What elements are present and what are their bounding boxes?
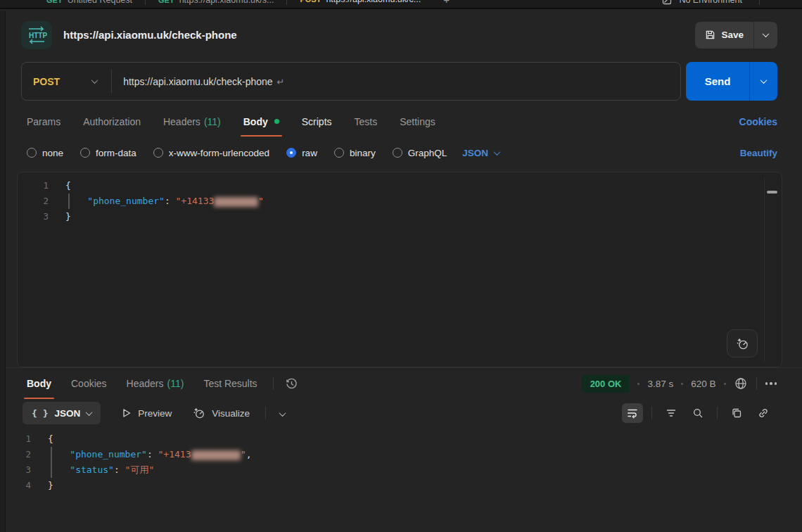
- tab-authorization[interactable]: Authorization: [83, 106, 141, 137]
- visualize-button[interactable]: Visualize: [193, 407, 250, 419]
- scrollbar-track: [764, 177, 765, 362]
- radio-form-data[interactable]: form-data: [80, 148, 136, 158]
- dot-separator: [724, 383, 726, 385]
- code-line: 1{: [18, 178, 782, 194]
- tab-scripts[interactable]: Scripts: [302, 106, 332, 137]
- code-text: }: [48, 478, 53, 493]
- chevron-down-icon: [760, 77, 768, 84]
- line-number: 1: [6, 431, 31, 447]
- scrollbar-thumb[interactable]: [767, 191, 777, 194]
- request-body-editor[interactable]: 1{2 "phone_number": "+14133 "3}: [17, 172, 782, 367]
- postbot-button[interactable]: [727, 329, 758, 357]
- tab-tests[interactable]: Tests: [355, 106, 378, 137]
- response-format-selector[interactable]: { } JSON: [23, 402, 101, 424]
- filter-button[interactable]: [661, 403, 682, 423]
- line-number: 2: [23, 194, 49, 209]
- link-button[interactable]: [753, 403, 774, 423]
- radio-circle-icon: [393, 148, 402, 158]
- code-token: "phone_number": [70, 449, 147, 460]
- response-body-editor[interactable]: 1{2 "phone_number": "+1413 ",3 "status":…: [0, 427, 802, 493]
- tab-settings[interactable]: Settings: [400, 106, 435, 137]
- format-label: JSON: [462, 148, 488, 158]
- tab-label: Headers: [127, 378, 164, 389]
- svg-text:HTTP: HTTP: [29, 32, 47, 39]
- request-tabs: ParamsAuthorizationHeaders(11)BodyScript…: [27, 106, 435, 137]
- wrap-text-button[interactable]: [622, 403, 643, 423]
- workspace-tab[interactable]: POSThttps://api.xiaomu.uk/c...: [287, 0, 433, 9]
- preview-button[interactable]: Preview: [122, 408, 172, 419]
- tab-method-label: GET: [158, 0, 174, 4]
- workspace-tab[interactable]: GEThttps://api.xiaomu.uk/s...: [146, 0, 286, 9]
- save-button[interactable]: Save: [695, 22, 753, 49]
- tab-cookies[interactable]: Cookies: [71, 368, 107, 399]
- tab-label: Settings: [400, 116, 435, 127]
- history-icon[interactable]: [285, 377, 298, 391]
- more-views-chevron[interactable]: [280, 407, 285, 419]
- visualize-label: Visualize: [212, 408, 250, 419]
- line-number: 2: [6, 447, 31, 462]
- format-selector[interactable]: JSON: [462, 148, 499, 158]
- globe-icon[interactable]: [734, 376, 748, 391]
- copy-button[interactable]: [726, 403, 747, 423]
- tab-body[interactable]: Body: [27, 368, 51, 399]
- url-input[interactable]: https://api.xiaomu.uk/check-phone↵: [112, 76, 680, 87]
- radio-x-www-form-urlencoded[interactable]: x-www-form-urlencoded: [153, 148, 269, 158]
- save-options-button[interactable]: [753, 22, 777, 49]
- tab-method-label: GET: [46, 0, 63, 4]
- code-token: :: [165, 196, 176, 206]
- code-token: }: [65, 211, 71, 222]
- radio-binary[interactable]: binary: [334, 148, 376, 158]
- radio-label: binary: [350, 148, 376, 158]
- code-line: 3 "status": "可用": [0, 462, 802, 478]
- search-button[interactable]: [687, 403, 708, 423]
- response-format-label: JSON: [54, 408, 80, 419]
- tab-test-results[interactable]: Test Results: [203, 368, 257, 399]
- tab-title-label: Untitled Request: [68, 0, 132, 5]
- code-token: "status": [70, 464, 114, 475]
- cookies-link[interactable]: Cookies: [739, 116, 777, 127]
- divider: [265, 407, 266, 419]
- url-container: POST https://api.xiaomu.uk/check-phone↵: [21, 62, 681, 101]
- code-text: "phone_number": "+14133 ": [65, 194, 264, 209]
- tab-headers[interactable]: Headers(11): [163, 106, 221, 137]
- code-line: 1{: [0, 431, 802, 447]
- radio-none[interactable]: none: [27, 148, 63, 158]
- response-section: BodyCookiesHeaders(11)Test Results 200 O…: [0, 367, 802, 493]
- tab-body[interactable]: Body: [243, 106, 279, 137]
- response-size[interactable]: 620 B: [691, 379, 715, 389]
- send-button[interactable]: Send: [686, 62, 749, 101]
- radio-graphql[interactable]: GraphQL: [393, 148, 447, 158]
- workspace-tab[interactable]: GETUntitled Request: [34, 0, 145, 9]
- code-token: ,: [246, 449, 252, 460]
- code-text: }: [65, 209, 71, 224]
- tab-headers[interactable]: Headers(11): [127, 368, 184, 399]
- tab-label: Params: [27, 116, 61, 127]
- body-type-radios: noneform-datax-www-form-urlencodedrawbin…: [27, 148, 447, 158]
- divider: [717, 407, 718, 419]
- status-badge[interactable]: 200 OK: [582, 375, 630, 393]
- radio-circle-icon: [27, 148, 37, 158]
- response-time[interactable]: 3.87 s: [647, 379, 673, 389]
- chevron-down-icon: [86, 409, 93, 416]
- request-tabs-row: ParamsAuthorizationHeaders(11)BodyScript…: [0, 106, 802, 137]
- method-selector[interactable]: POST: [22, 76, 111, 87]
- more-actions-icon[interactable]: [765, 382, 777, 385]
- tab-label: Headers: [163, 116, 200, 127]
- tab-params[interactable]: Params: [27, 106, 61, 137]
- code-text: {: [65, 178, 71, 194]
- tab-label: Body: [27, 378, 51, 389]
- code-token: {: [48, 433, 53, 444]
- radio-raw[interactable]: raw: [286, 148, 317, 158]
- request-code-lines: 1{2 "phone_number": "+14133 "3}: [18, 178, 782, 224]
- url-text: https://api.xiaomu.uk/check-phone: [123, 76, 272, 87]
- beautify-link[interactable]: Beautify: [740, 148, 777, 158]
- add-tab-icon[interactable]: +: [443, 0, 450, 6]
- environment-icon: [662, 0, 672, 5]
- body-type-row: noneform-datax-www-form-urlencodedrawbin…: [0, 137, 802, 168]
- environment-selector[interactable]: No Environment: [679, 0, 742, 5]
- send-options-button[interactable]: [749, 62, 777, 101]
- tab-count-badge: (11): [204, 116, 221, 127]
- request-header: HTTP https://api.xiaomu.uk/check-phone S…: [0, 9, 802, 61]
- braces-icon: { }: [32, 408, 48, 419]
- radio-circle-icon: [153, 148, 163, 158]
